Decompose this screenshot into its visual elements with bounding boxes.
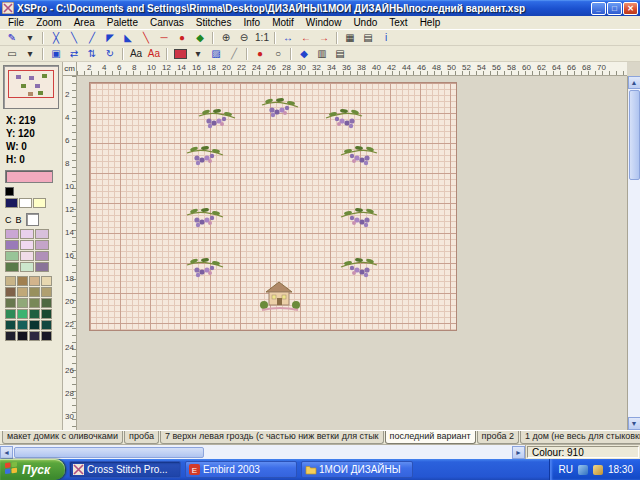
vertical-scroll-thumb[interactable]	[629, 90, 640, 180]
quarter-stitch-tool[interactable]: ◤	[101, 31, 119, 45]
menu-text[interactable]: Text	[383, 17, 413, 28]
olive-branch-motif[interactable]	[185, 256, 225, 282]
palette-colour-chip[interactable]	[5, 240, 19, 250]
long-stitch-tool[interactable]: ─	[155, 31, 173, 45]
zoom-out-tool[interactable]: ⊖	[235, 31, 253, 45]
select-rect-tool[interactable]: ▭	[3, 47, 21, 61]
chart-view-toggle[interactable]: ▤	[359, 31, 377, 45]
pencil-dropdown[interactable]: ▾	[21, 31, 39, 45]
outline-button[interactable]: ○	[269, 47, 287, 61]
undo-arrow[interactable]: ←	[297, 31, 315, 45]
palette-colour-chip[interactable]	[29, 298, 40, 308]
menu-undo[interactable]: Undo	[347, 17, 383, 28]
select-dropdown[interactable]: ▾	[21, 47, 39, 61]
scroll-left-button[interactable]: ◄	[0, 446, 13, 459]
bead-tool[interactable]: ◆	[191, 31, 209, 45]
flip-vertical-tool[interactable]: ⇅	[83, 47, 101, 61]
zoom-in-tool[interactable]: ⊕	[217, 31, 235, 45]
rotate-tool[interactable]: ↻	[101, 47, 119, 61]
text-red-tool[interactable]: Аа	[145, 47, 163, 61]
menu-canvas[interactable]: Canvas	[144, 17, 190, 28]
horizontal-scroll-thumb[interactable]	[14, 447, 204, 458]
menu-motif[interactable]: Motif	[266, 17, 300, 28]
olive-branch-motif[interactable]	[185, 206, 225, 232]
scroll-right-button[interactable]: ►	[512, 446, 525, 459]
palette-colour-chip[interactable]	[5, 331, 16, 341]
current-colour-swatch[interactable]	[5, 170, 53, 183]
taskbar-task-button[interactable]: 1МОИ ДИЗАЙНЫ	[301, 461, 413, 478]
olive-branch-motif[interactable]	[324, 107, 364, 133]
olive-branch-motif[interactable]	[339, 206, 379, 232]
palette-blend-box[interactable]	[26, 213, 39, 226]
palette-colour-chip[interactable]	[20, 251, 34, 261]
design-tab[interactable]: проба 2	[477, 431, 519, 444]
tray-network-icon[interactable]	[578, 465, 588, 475]
current-thread-swatch[interactable]	[171, 47, 189, 61]
palette-colour-chip[interactable]	[41, 331, 52, 341]
menu-palette[interactable]: Palette	[101, 17, 144, 28]
maximize-button[interactable]: □	[607, 2, 622, 15]
palette-colour-chip[interactable]	[5, 251, 19, 261]
palette-colour-chip[interactable]	[19, 198, 32, 208]
palette-colour-chip[interactable]	[17, 276, 28, 286]
palette-colour-chip[interactable]	[20, 240, 34, 250]
olive-branch-motif[interactable]	[197, 107, 237, 133]
palette-colour-chip[interactable]	[41, 320, 52, 330]
scroll-up-button[interactable]: ▲	[628, 76, 640, 89]
full-stitch-tool[interactable]: ╳	[47, 31, 65, 45]
taskbar-task-button[interactable]: EEmbird 2003	[185, 461, 297, 478]
pencil-tool[interactable]: ✎	[3, 31, 21, 45]
palette-colour-chip[interactable]	[5, 229, 19, 239]
three-quarter-stitch-tool[interactable]: ◣	[119, 31, 137, 45]
info-button[interactable]: i	[377, 31, 395, 45]
palette-colour-chip[interactable]	[5, 198, 18, 208]
flip-horizontal-tool[interactable]: ⇄	[65, 47, 83, 61]
menu-info[interactable]: Info	[237, 17, 266, 28]
palette-colour-chip[interactable]	[35, 240, 49, 250]
palette-colour-chip[interactable]	[5, 309, 16, 319]
palette-colour-chip[interactable]	[17, 309, 28, 319]
design-tab[interactable]: 7 верхн левая гроздь (с частью ниж ветки…	[160, 431, 384, 444]
olive-branch-motif[interactable]	[339, 144, 379, 170]
half-stitch-back-tool[interactable]: ╲	[65, 31, 83, 45]
olive-branch-motif[interactable]	[185, 144, 225, 170]
palette-colour-chip[interactable]	[33, 198, 46, 208]
palette-colour-chip[interactable]	[5, 287, 16, 297]
eyedropper-tool[interactable]: ╱	[225, 47, 243, 61]
grid-toggle[interactable]: ▦	[341, 31, 359, 45]
palette-colour-chip[interactable]	[29, 331, 40, 341]
fill-tool[interactable]: ▨	[207, 47, 225, 61]
palette-colour-chip[interactable]	[17, 320, 28, 330]
palette-colour-chip[interactable]	[41, 298, 52, 308]
scroll-down-button[interactable]: ▼	[628, 417, 640, 430]
close-button[interactable]: ✕	[623, 2, 638, 15]
ink-colour-chip[interactable]	[5, 187, 14, 196]
palette-colour-chip[interactable]	[5, 262, 19, 272]
palette-colour-chip[interactable]	[20, 262, 34, 272]
menu-stitches[interactable]: Stitches	[190, 17, 238, 28]
palette-colour-chip[interactable]	[5, 320, 16, 330]
text-tool[interactable]: Aa	[127, 47, 145, 61]
thread-dropdown[interactable]: ▾	[189, 47, 207, 61]
menu-file[interactable]: File	[2, 17, 30, 28]
tray-update-icon[interactable]	[593, 465, 603, 475]
palette-colour-chip[interactable]	[35, 262, 49, 272]
palette-colour-chip[interactable]	[17, 287, 28, 297]
backstitch-tool[interactable]: ╲	[137, 31, 155, 45]
palette-colour-chip[interactable]	[17, 298, 28, 308]
horizontal-scrollbar[interactable]: ◄ ►	[0, 445, 526, 459]
french-knot-tool[interactable]: ●	[173, 31, 191, 45]
start-button[interactable]: Пуск	[0, 459, 65, 480]
redo-arrow[interactable]: →	[315, 31, 333, 45]
export-button[interactable]: ▥	[313, 47, 331, 61]
palette-colour-chip[interactable]	[20, 229, 34, 239]
palette-colour-chip[interactable]	[5, 276, 16, 286]
menu-help[interactable]: Help	[414, 17, 447, 28]
palette-colour-chip[interactable]	[29, 309, 40, 319]
palette-colour-chip[interactable]	[29, 276, 40, 286]
palette-colour-chip[interactable]	[41, 276, 52, 286]
stitch-grid[interactable]	[89, 82, 457, 331]
menu-window[interactable]: Window	[300, 17, 348, 28]
design-tab[interactable]: проба	[124, 431, 159, 444]
palette-colour-chip[interactable]	[29, 287, 40, 297]
